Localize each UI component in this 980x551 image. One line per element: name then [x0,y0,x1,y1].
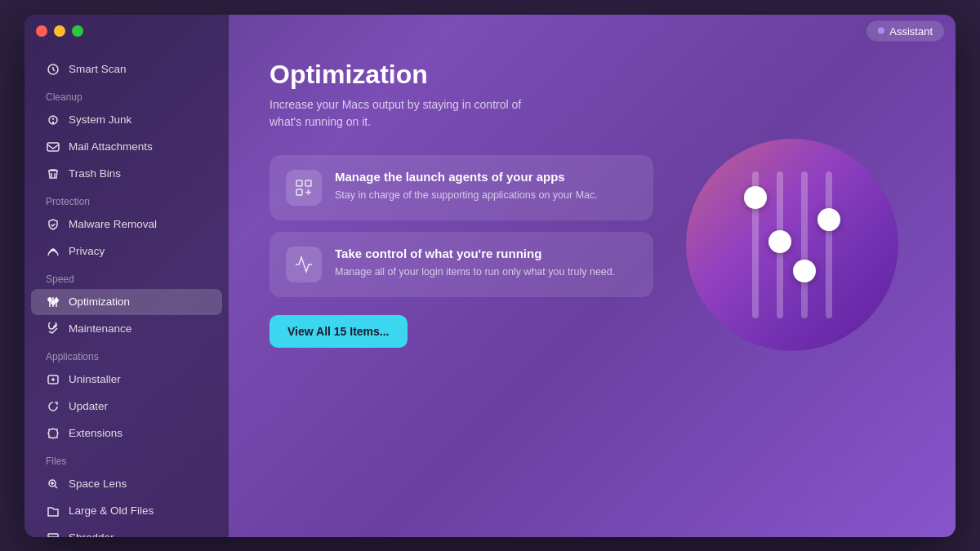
svg-point-8 [51,301,55,304]
trash-icon [46,167,60,181]
uninstaller-icon [46,372,60,387]
sidebar-item-large-old-files-label: Large & Old Files [69,504,154,517]
app-window: Assistant Smart Scan Cleanup [24,15,956,537]
sidebar-item-smart-scan[interactable]: Smart Scan [31,56,222,82]
smart-scan-icon [46,62,60,77]
sidebar: Smart Scan Cleanup System Junk Mail Att [24,15,229,537]
minimize-button[interactable] [54,25,65,37]
slider-1 [752,171,759,318]
sidebar-item-trash-bins-label: Trash Bins [69,167,121,180]
slider-2 [777,171,783,318]
svg-point-2 [53,122,54,122]
sidebar-item-malware-removal[interactable]: Malware Removal [31,211,222,238]
mail-icon [46,140,60,154]
slider-4 [826,171,832,318]
maintenance-icon [46,322,60,336]
sidebar-section-applications: Applications [24,343,229,366]
sidebar-item-optimization-label: Optimization [69,295,130,308]
slider-knob-4 [817,208,840,231]
launch-agents-card-content: Manage the launch agents of your apps St… [335,170,598,203]
launch-agents-card-icon [286,170,322,206]
cards-section: Manage the launch agents of your apps St… [270,155,653,348]
sidebar-section-cleanup: Cleanup [24,83,229,106]
sidebar-item-extensions[interactable]: Extensions [31,420,222,447]
launch-agents-card-title: Manage the launch agents of your apps [335,170,598,184]
sidebar-item-privacy-label: Privacy [69,245,105,257]
svg-point-9 [55,299,58,302]
titlebar: Assistant [24,15,956,47]
main-content: Optimization Increase your Macs output b… [229,15,956,537]
sidebar-section-speed: Speed [24,265,229,288]
assistant-label: Assistant [889,24,933,37]
content-area: Manage the launch agents of your apps St… [270,155,915,367]
sliders-visual [736,171,849,318]
sidebar-item-mail-attachments-label: Mail Attachments [69,140,153,153]
sidebar-section-protection: Protection [24,188,229,211]
optimization-icon [46,295,60,309]
login-items-card-icon [286,247,322,282]
assistant-button[interactable]: Assistant [866,20,944,41]
svg-rect-15 [296,180,302,186]
sidebar-item-system-junk-label: System Junk [69,113,131,126]
svg-rect-16 [305,180,311,186]
page-subtitle: Increase your Macs output by staying in … [270,96,547,131]
launch-agents-card[interactable]: Manage the launch agents of your apps St… [270,155,653,220]
sidebar-item-system-junk[interactable]: System Junk [31,107,222,133]
sidebar-item-shredder-label: Shredder [69,531,114,537]
login-items-card-content: Take control of what you're running Mana… [335,247,615,280]
login-items-card[interactable]: Take control of what you're running Mana… [270,232,653,297]
privacy-icon [46,244,60,259]
circle-illustration [686,139,898,351]
sidebar-item-mail-attachments[interactable]: Mail Attachments [31,134,222,160]
space-lens-icon [46,477,60,491]
assistant-dot-icon [878,28,884,34]
login-items-card-desc: Manage all of your login items to run on… [335,264,615,280]
sidebar-item-large-old-files[interactable]: Large & Old Files [31,498,222,524]
sidebar-item-privacy[interactable]: Privacy [31,238,222,264]
updater-icon [46,399,60,414]
sidebar-item-uninstaller[interactable]: Uninstaller [31,367,222,393]
svg-rect-3 [47,143,59,151]
sidebar-item-shredder[interactable]: Shredder [31,525,222,537]
illustration [686,139,915,367]
close-button[interactable] [36,25,47,37]
slider-knob-3 [793,260,816,282]
sidebar-item-extensions-label: Extensions [69,427,122,439]
sidebar-item-smart-scan-label: Smart Scan [69,63,127,75]
sidebar-item-maintenance[interactable]: Maintenance [31,316,222,342]
slider-knob-1 [744,186,767,209]
login-items-svg-icon [294,255,314,274]
login-items-card-title: Take control of what you're running [335,247,615,260]
view-all-button[interactable]: View All 15 Items... [270,315,408,348]
slider-knob-2 [768,230,791,253]
shredder-icon [46,531,60,537]
svg-point-7 [48,298,51,301]
sidebar-item-optimization[interactable]: Optimization [31,289,222,315]
sidebar-item-updater-label: Updater [69,400,108,412]
system-junk-icon [46,113,60,127]
maximize-button[interactable] [72,25,83,37]
slider-3 [801,171,808,318]
sidebar-item-uninstaller-label: Uninstaller [69,373,121,385]
traffic-lights [36,25,83,37]
sidebar-item-updater[interactable]: Updater [31,393,222,420]
sidebar-item-trash-bins[interactable]: Trash Bins [31,161,222,187]
sidebar-item-space-lens[interactable]: Space Lens [31,471,222,497]
svg-rect-14 [48,534,58,537]
page-title: Optimization [270,60,915,90]
launch-agents-card-desc: Stay in charge of the supporting applica… [335,188,598,203]
sidebar-section-files: Files [24,447,229,470]
launch-agents-svg-icon [294,178,314,198]
sidebar-item-space-lens-label: Space Lens [69,478,127,490]
sidebar-item-maintenance-label: Maintenance [69,322,131,335]
sidebar-item-malware-removal-label: Malware Removal [69,218,157,230]
malware-removal-icon [46,217,60,232]
large-old-files-icon [46,504,60,518]
svg-rect-17 [296,189,302,195]
extensions-icon [46,426,60,441]
